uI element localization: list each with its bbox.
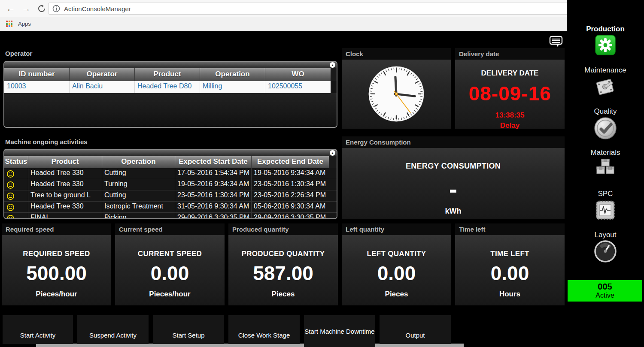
cell-operation: Isotropic Treatment [102, 202, 175, 212]
messages-icon[interactable] [549, 34, 563, 49]
stat-value: 500.00 [2, 262, 111, 285]
page-info-icon[interactable] [52, 5, 60, 12]
screen: ← → ActionConsoleManager ☆ [0, 0, 644, 347]
stat-unit: Hours [455, 290, 565, 299]
stat-unit: Pieces/hour [115, 290, 225, 299]
cell-end: 23-05-2016 1:30:34 PM [252, 179, 329, 190]
neutral-smiley-icon [4, 190, 28, 201]
activity-row[interactable]: FINAL Picking 29-09-2016 3:30:35 PM 29-0… [4, 213, 337, 219]
col-operation[interactable]: Operation [200, 68, 265, 81]
start-activity-button[interactable]: Start Activity [3, 315, 73, 344]
stat-unit: Pieces/hour [2, 290, 111, 299]
activity-row[interactable]: Headed Tree 330 Isotropic Treatment 31-0… [4, 202, 337, 213]
horizontal-scrollbar[interactable] [36, 344, 464, 347]
delivery-time-value: 13:38:35 [455, 111, 565, 120]
panel-title: Produced quantity [228, 223, 338, 235]
stat-value: 587.00 [228, 262, 338, 285]
start-machine-downtime-button[interactable]: Start Machine Downtime [304, 315, 375, 347]
bookmarks-bar: Apps [0, 17, 644, 31]
sidebar-item-production-label[interactable]: Production [567, 25, 644, 33]
col-expected-end[interactable]: Expected End Date [252, 156, 329, 168]
browser-toolbar: ← → ActionConsoleManager ☆ [0, 0, 644, 17]
cell-start: 17-05-2016 1:54:34 PM [175, 168, 252, 179]
start-setup-button[interactable]: Start Setup [153, 315, 224, 344]
cell-operation: Milling [200, 81, 265, 93]
col-operation[interactable]: Operation [102, 156, 175, 168]
stat-value: 0.00 [455, 262, 565, 285]
forward-button[interactable]: → [21, 3, 32, 14]
cell-start: 19-05-2016 9:34:34 AM [175, 179, 252, 190]
delivery-heading: DELIVERY DATE [455, 69, 565, 78]
stat-unit: Pieces [228, 290, 338, 299]
table-scroll-strip[interactable]: ▲ [4, 62, 337, 68]
layout-gauge-icon[interactable] [567, 240, 644, 263]
stat-value: 0.00 [342, 262, 451, 285]
cell-operation: Turning [102, 179, 175, 190]
cell-start: 23-05-2016 1:30:34 PM [175, 190, 252, 201]
sidebar-item-quality-label[interactable]: Quality [567, 107, 644, 116]
suspend-activity-button[interactable]: Suspend Activity [77, 315, 149, 344]
panel-title: Left quantity [342, 223, 451, 235]
energy-panel-title: Energy Consumption [342, 136, 565, 148]
activities-panel-title: Machine ongoing activities [5, 138, 88, 145]
col-expected-start[interactable]: Expected Start Date [175, 156, 252, 168]
cell-operation: Picking [102, 213, 175, 219]
sidebar-item-materials-label[interactable]: Materials [567, 148, 644, 157]
close-work-stage-button[interactable]: Close Work Stage [228, 315, 300, 344]
cell-operation: Cutting [102, 190, 175, 201]
operator-row[interactable]: 10003 Alin Baciu Headed Tree D80 Milling… [4, 81, 331, 93]
apps-bookmark-label[interactable]: Apps [18, 21, 31, 27]
address-bar[interactable]: ActionConsoleManager ☆ [48, 3, 596, 15]
apps-grid-icon[interactable] [6, 21, 13, 27]
output-button[interactable]: Output [380, 315, 451, 344]
stat-value: 0.00 [115, 262, 225, 285]
operator-table-header: ID number Operator Product Operation WO [4, 68, 337, 81]
cell-end: 29-09-2016 3:30:35 PM [252, 213, 329, 219]
sidebar-item-layout-label[interactable]: Layout [567, 231, 644, 239]
maintenance-icon[interactable] [567, 75, 644, 98]
energy-unit: kWh [342, 207, 565, 216]
activity-row[interactable]: Headed Tree 330 Cutting 17-05-2016 1:54:… [4, 168, 337, 179]
activities-table-header: Status Product Operation Expected Start … [4, 156, 337, 168]
scroll-up-button[interactable]: ▲ [330, 62, 335, 68]
energy-panel: Energy Consumption ENERGY CONSUMPTION - … [342, 136, 565, 219]
quality-check-icon[interactable] [567, 117, 644, 140]
produced-quantity-panel: Produced quantity PRODUCED QUANTITY 587.… [228, 223, 338, 305]
cell-product: Headed Tree D80 [135, 81, 200, 93]
back-button[interactable]: ← [5, 3, 16, 14]
delivery-panel: Delivery date DELIVERY DATE 08-09-16 13:… [455, 48, 565, 129]
analog-clock [365, 62, 428, 126]
table-empty-area [4, 93, 337, 128]
neutral-smiley-icon [4, 213, 28, 219]
spc-chip-icon[interactable] [567, 199, 644, 221]
delivery-status-badge: Delay [455, 121, 565, 130]
dashboard: i Operator ▲ ID number [0, 31, 644, 347]
reload-button[interactable] [36, 3, 47, 14]
activity-row[interactable]: Headed Tree 330 Turning 19-05-2016 9:34:… [4, 179, 337, 190]
col-operator[interactable]: Operator [70, 68, 135, 81]
production-gear-icon[interactable] [567, 34, 644, 56]
clock-panel-title: Clock [342, 48, 451, 60]
required-speed-panel: Required speed REQUIRED SPEED 500.00 Pie… [2, 223, 111, 305]
cell-product: Headed Tree 330 [28, 168, 102, 179]
delivery-panel-title: Delivery date [455, 48, 565, 60]
left-quantity-panel: Left quantity LEFT QUANTITY 0.00 Pieces [342, 223, 451, 305]
table-scroll-strip[interactable]: ▲ [4, 150, 337, 156]
activity-row[interactable]: Tree to be ground L Cutting 23-05-2016 1… [4, 190, 337, 202]
url-text: ActionConsoleManager [64, 5, 131, 12]
sidebar-item-maintenance-label[interactable]: Maintenance [567, 66, 644, 75]
cell-end: 23-05-2016 2:26:34 PM [252, 190, 329, 201]
stat-unit: Pieces [342, 290, 451, 299]
col-id-number[interactable]: ID number [4, 68, 70, 81]
col-wo[interactable]: WO [265, 68, 331, 81]
clock-panel: Clock [342, 48, 451, 129]
neutral-smiley-icon [4, 179, 28, 190]
col-status[interactable]: Status [4, 156, 28, 168]
col-product[interactable]: Product [28, 156, 102, 168]
materials-boxes-icon[interactable] [567, 158, 644, 181]
sidebar-item-spc-label[interactable]: SPC [567, 190, 644, 198]
col-product[interactable]: Product [135, 68, 200, 81]
scroll-up-button[interactable]: ▲ [330, 150, 335, 156]
machine-active-badge[interactable]: 005 Active [568, 280, 642, 302]
machine-status-label: Active [568, 292, 642, 299]
